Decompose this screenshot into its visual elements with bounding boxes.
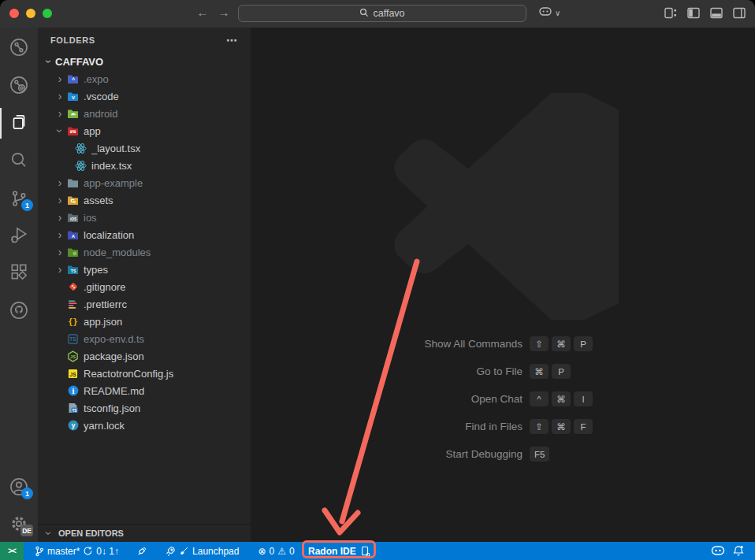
svg-text:TS: TS: [71, 269, 76, 273]
ports-status-item[interactable]: [132, 542, 152, 560]
copilot-icon[interactable]: [711, 546, 725, 556]
tree-item-expo-env[interactable]: › TS expo-env.d.ts: [38, 330, 251, 347]
customize-layout-icon[interactable]: [664, 7, 677, 19]
run-debug-icon[interactable]: [0, 219, 38, 250]
tree-item-app[interactable]: › app: [38, 122, 251, 139]
gitlens-inspect-icon[interactable]: [0, 69, 38, 101]
tree-item-expo[interactable]: › ^ .expo: [38, 70, 251, 87]
chevron-right-icon: ›: [54, 212, 66, 223]
gitlens-icon[interactable]: [0, 32, 38, 63]
node-icon: JS: [66, 350, 80, 362]
tree-item-index-tsx[interactable]: index.tsx: [38, 157, 251, 174]
tree-item-readme[interactable]: › i README.md: [38, 382, 251, 399]
tree-item-label: ReactotronConfig.js: [84, 368, 173, 380]
minimize-window-button[interactable]: [26, 9, 35, 18]
shortcut-label: Find in Files: [251, 421, 530, 432]
tree-item-reactotron-config[interactable]: › JS ReactotronConfig.js: [38, 365, 251, 382]
keycap: ⇧: [530, 336, 549, 351]
folder-assets-icon: [66, 195, 80, 206]
tree-item-vscode[interactable]: › V .vscode: [38, 87, 251, 105]
tree-item-label: localization: [84, 229, 134, 241]
radon-ide-status-item[interactable]: Radon IDE: [308, 542, 370, 560]
problems-status-item[interactable]: ⊗ 0 ⚠ 0: [253, 542, 299, 560]
tree-item-label: .gitignore: [84, 281, 125, 293]
editor-area: Show All Commands ⇧⌘P Go to File ⌘P Open…: [251, 28, 755, 542]
github-icon[interactable]: [0, 295, 38, 326]
tree-item-label: .vscode: [84, 91, 119, 102]
react-icon: [74, 160, 87, 172]
tree-item-prettierrc[interactable]: › .prettierrc: [38, 295, 251, 313]
command-center-value: caffavo: [373, 8, 404, 19]
tree-item-yarn-lock[interactable]: › y yarn.lock: [38, 417, 251, 434]
open-editors-header[interactable]: › OPEN EDITORS: [38, 524, 251, 542]
keycap: P: [552, 364, 571, 379]
tree-item-gitignore[interactable]: › .gitignore: [38, 278, 251, 295]
search-view-icon[interactable]: [0, 144, 38, 176]
radon-ide-label: Radon IDE: [308, 546, 356, 557]
launchpad-status-item[interactable]: Launchpad: [160, 542, 244, 560]
tree-root-caffavo[interactable]: › CAFFAVO: [38, 53, 251, 70]
tree-item-app-json[interactable]: › {} app.json: [38, 313, 251, 330]
git-icon: [66, 281, 80, 293]
tree-item-localization[interactable]: › A localization: [38, 226, 251, 243]
close-window-button[interactable]: [9, 9, 19, 18]
tree-item-app-example[interactable]: › app-example: [38, 174, 251, 191]
tree-item-types[interactable]: › TS types: [38, 261, 251, 278]
status-bar: >< master* 0↓ 1↑ Launchpad ⊗ 0 ⚠ 0 Radon…: [0, 542, 755, 560]
tree-item-assets[interactable]: › assets: [38, 191, 251, 209]
svg-text:{}: {}: [68, 317, 77, 326]
tree-item-label: android: [84, 108, 117, 120]
settings-gear-icon[interactable]: DE: [0, 508, 38, 540]
source-control-icon[interactable]: 1: [0, 183, 38, 214]
zoom-window-button[interactable]: [43, 9, 52, 18]
keycap: F5: [530, 447, 549, 462]
back-button[interactable]: ←: [195, 6, 210, 19]
toggle-primary-sidebar-icon[interactable]: [687, 7, 700, 19]
keycap: ^: [530, 391, 549, 406]
tree-item-label: assets: [84, 195, 113, 206]
explorer-icon[interactable]: [0, 106, 38, 138]
tree-item-ios[interactable]: › iOS ios: [38, 209, 251, 226]
copilot-menu-button[interactable]: ∨: [538, 6, 560, 19]
warning-icon: ⚠: [277, 546, 286, 557]
tree-item-package-json[interactable]: › JS package.json: [38, 347, 251, 365]
forward-button[interactable]: →: [216, 6, 232, 19]
folders-header: FOLDERS ⋯: [38, 28, 251, 53]
accounts-badge: 1: [21, 488, 33, 499]
folder-app-icon: [66, 125, 80, 137]
tree-item-label: package.json: [84, 350, 144, 362]
keycap: P: [574, 336, 593, 351]
svg-text:y: y: [71, 421, 75, 429]
folders-header-label: FOLDERS: [50, 35, 95, 45]
chevron-right-icon: ›: [54, 108, 66, 119]
keycap: ⌘: [530, 364, 549, 379]
tree-item-tsconfig[interactable]: › TS tsconfig.json: [38, 399, 251, 417]
toggle-secondary-sidebar-icon[interactable]: [733, 7, 746, 19]
folder-ios-icon: iOS: [66, 212, 80, 224]
branch-label: master*: [47, 546, 80, 557]
brush-icon: [179, 546, 189, 556]
svg-text:iOS: iOS: [70, 217, 77, 221]
chevron-down-icon: ∨: [555, 9, 560, 17]
command-center-search[interactable]: caffavo: [238, 5, 526, 22]
tree-item-android[interactable]: › android: [38, 105, 251, 122]
branch-status-item[interactable]: master* 0↓ 1↑: [30, 542, 124, 560]
accounts-icon[interactable]: 1: [0, 471, 38, 503]
rocket-icon: [165, 546, 176, 557]
keycap: I: [574, 391, 593, 406]
source-control-badge: 1: [21, 199, 33, 211]
toggle-panel-icon[interactable]: [710, 7, 723, 19]
extensions-icon[interactable]: [0, 256, 38, 287]
tree-item-node-modules[interactable]: › node_modules: [38, 243, 251, 261]
notifications-bell-icon[interactable]: [733, 545, 744, 557]
device-icon: [360, 546, 370, 557]
remote-indicator[interactable]: ><: [0, 542, 24, 560]
more-actions-icon[interactable]: ⋯: [226, 34, 238, 46]
js-icon: JS: [66, 368, 80, 380]
svg-text:A: A: [72, 234, 76, 239]
folder-types-icon: TS: [66, 264, 80, 276]
tree-item-label: .prettierrc: [84, 299, 127, 310]
sync-icon: [83, 546, 93, 556]
tree-item-layout-tsx[interactable]: _layout.tsx: [38, 139, 251, 157]
open-editors-label: OPEN EDITORS: [58, 528, 124, 538]
